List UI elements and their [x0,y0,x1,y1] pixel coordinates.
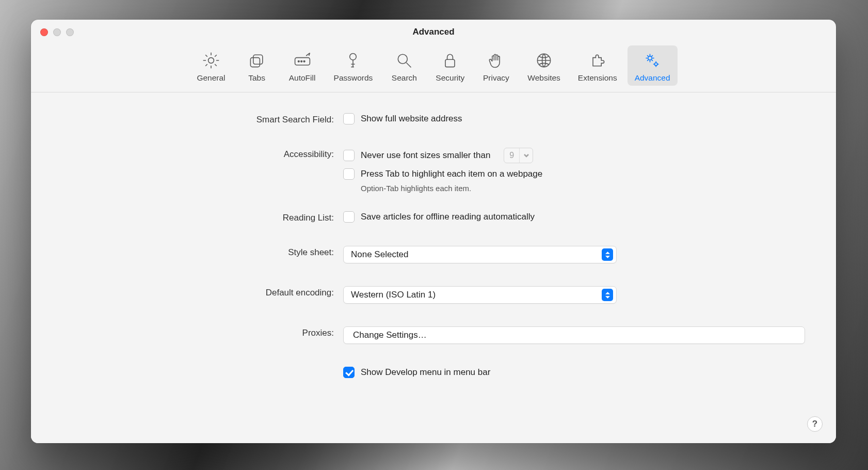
show-full-address-label: Show full website address [361,114,462,124]
svg-point-12 [655,63,657,66]
min-font-checkbox[interactable] [343,150,355,161]
preferences-toolbar: General Tabs AutoFill Passwords Search [31,44,836,92]
svg-rect-2 [250,58,260,67]
autofill-icon [292,50,313,71]
tab-label: Tabs [248,73,265,83]
accessibility-label: Accessibility: [62,148,343,160]
develop-menu-checkbox[interactable] [343,367,355,378]
svg-rect-1 [253,55,262,64]
tabs-icon [246,50,268,71]
tab-tabs[interactable]: Tabs [236,45,278,86]
svg-point-11 [648,56,652,60]
help-glyph: ? [812,419,817,429]
proxies-label: Proxies: [62,326,343,338]
svg-rect-9 [445,59,455,67]
titlebar: Advanced [31,20,836,44]
tab-label: Websites [527,73,560,83]
smart-search-label: Smart Search Field: [62,113,343,125]
style-sheet-label: Style sheet: [62,246,343,258]
svg-point-7 [350,54,357,60]
tab-privacy[interactable]: Privacy [475,45,517,86]
min-font-value: 9 [504,150,519,161]
tab-highlight-label: Press Tab to highlight each item on a we… [361,169,542,179]
tab-advanced[interactable]: Advanced [628,45,678,86]
tab-autofill[interactable]: AutoFill [281,45,324,86]
show-full-address-checkbox[interactable] [343,113,355,124]
gear-icon [200,50,222,71]
tab-label: Extensions [578,73,617,83]
tab-label: Passwords [334,73,373,83]
tab-label: Security [436,73,464,83]
globe-icon [533,50,555,71]
hand-icon [485,50,507,71]
puzzle-icon [587,50,608,71]
select-caret-icon [602,248,613,261]
key-icon [342,50,364,71]
tab-label: AutoFill [289,73,316,83]
tab-highlight-hint: Option-Tab highlights each item. [361,184,805,193]
close-window-button[interactable] [40,28,48,36]
advanced-pane: Smart Search Field: Show full website ad… [31,92,836,443]
svg-point-6 [303,60,305,62]
tab-highlight-checkbox[interactable] [343,168,355,180]
help-button[interactable]: ? [807,416,823,432]
default-encoding-value: Western (ISO Latin 1) [351,290,436,300]
traffic-lights [40,28,74,36]
svg-point-5 [300,60,302,62]
tab-label: Privacy [483,73,509,83]
svg-point-4 [298,60,299,62]
tab-websites[interactable]: Websites [520,45,567,86]
offline-reading-label: Save articles for offline reading automa… [361,212,535,222]
svg-point-8 [398,54,408,64]
window-title: Advanced [31,27,836,37]
zoom-window-button[interactable] [66,28,74,36]
svg-point-0 [208,58,214,64]
gears-icon [641,50,663,71]
minimize-window-button[interactable] [53,28,61,36]
style-sheet-value: None Selected [351,249,409,260]
develop-menu-label: Show Develop menu in menu bar [361,367,490,378]
search-icon [393,50,415,71]
offline-reading-checkbox[interactable] [343,211,355,223]
chevron-down-icon [519,148,533,163]
tab-label: Search [392,73,417,83]
lock-icon [439,50,461,71]
tab-label: General [197,73,225,83]
tab-security[interactable]: Security [428,45,472,86]
tab-label: Advanced [635,73,670,83]
tab-passwords[interactable]: Passwords [327,45,380,86]
reading-list-label: Reading List: [62,211,343,223]
preferences-window: Advanced General Tabs AutoFill Passwords [31,20,836,443]
tab-search[interactable]: Search [383,45,425,86]
style-sheet-select[interactable]: None Selected [343,246,617,263]
change-proxies-label: Change Settings… [353,330,427,340]
tab-general[interactable]: General [189,45,232,86]
select-caret-icon [602,289,613,301]
min-font-stepper[interactable]: 9 [504,148,533,163]
min-font-label: Never use font sizes smaller than [361,150,490,161]
default-encoding-label: Default encoding: [62,286,343,298]
change-proxies-button[interactable]: Change Settings… [343,326,805,344]
default-encoding-select[interactable]: Western (ISO Latin 1) [343,286,617,304]
tab-extensions[interactable]: Extensions [571,45,624,86]
